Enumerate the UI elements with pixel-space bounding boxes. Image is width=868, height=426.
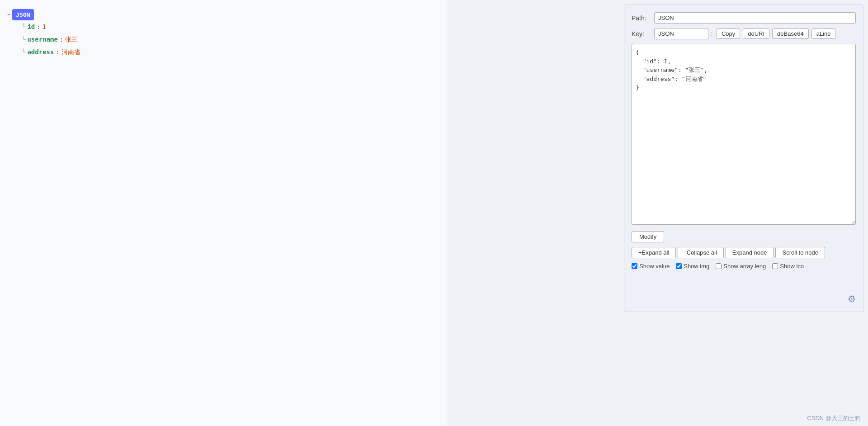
right-panel: Path: Key: : Copy deURI deBase64 aLine M… <box>624 5 863 312</box>
show-img-checkbox[interactable] <box>676 263 682 269</box>
path-row: Path: <box>632 12 856 24</box>
json-textarea[interactable] <box>632 44 856 225</box>
show-value-checkbox[interactable] <box>632 263 637 269</box>
json-tree-panel: − JSON └ id : 1 └ username : 张三 └ addres… <box>0 0 448 426</box>
tree-children: └ id : 1 └ username : 张三 └ address : 河南省 <box>22 20 440 58</box>
collapse-all-button[interactable]: -Collapse all <box>678 247 724 258</box>
key-input[interactable] <box>654 28 708 39</box>
debase64-button[interactable]: deBase64 <box>772 28 809 39</box>
path-input[interactable] <box>654 12 856 24</box>
tree-row-address: └ address : 河南省 <box>22 46 440 58</box>
gear-icon[interactable]: ⚙ <box>848 293 856 304</box>
show-ico-label[interactable]: Show ico <box>772 263 804 270</box>
scroll-to-node-button[interactable]: Scroll to node <box>775 247 825 258</box>
footer: CSDN @大三的土狗 <box>807 414 861 422</box>
show-img-label[interactable]: Show img <box>676 263 709 270</box>
copy-button[interactable]: Copy <box>717 28 740 39</box>
tree-row-username: └ username : 张三 <box>22 33 440 46</box>
show-value-label[interactable]: Show value <box>632 263 670 270</box>
path-label: Path: <box>632 14 654 22</box>
tree-row-id: └ id : 1 <box>22 20 440 33</box>
expand-node-button[interactable]: Expand node <box>726 247 774 258</box>
key-row: Key: : Copy deURI deBase64 aLine <box>632 28 856 39</box>
show-array-leng-label[interactable]: Show array leng <box>716 263 766 270</box>
show-array-leng-checkbox[interactable] <box>716 263 722 269</box>
deuri-button[interactable]: deURI <box>743 28 769 39</box>
value-address: 河南省 <box>61 46 80 58</box>
aline-button[interactable]: aLine <box>811 28 836 39</box>
key-label: Key: <box>632 30 654 38</box>
value-username: 张三 <box>65 33 78 46</box>
key-address: address <box>27 46 54 58</box>
key-id: id <box>27 20 35 33</box>
value-id: 1 <box>42 20 46 33</box>
show-ico-checkbox[interactable] <box>772 263 778 269</box>
modify-button[interactable]: Modify <box>632 231 664 242</box>
expand-all-button[interactable]: +Expand all <box>632 247 676 258</box>
options-row: Show value Show img Show array leng Show… <box>632 263 856 270</box>
json-root-tag[interactable]: JSON <box>12 9 33 20</box>
key-username: username <box>27 33 57 46</box>
action-buttons-row: +Expand all -Collapse all Expand node Sc… <box>632 247 856 258</box>
tree-toggle[interactable]: − <box>7 10 10 20</box>
